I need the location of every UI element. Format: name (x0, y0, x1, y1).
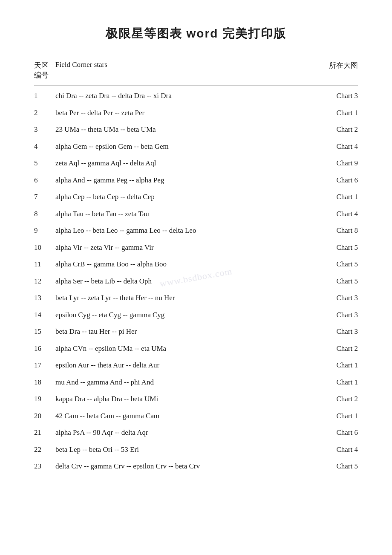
row-number: 12 (34, 276, 51, 287)
row-chart: Chart 1 (307, 107, 358, 119)
row-number: 6 (34, 175, 51, 186)
table-row: 323 UMa -- theta UMa -- beta UMaChart 2 (34, 121, 358, 138)
header-num: 天区编号 (34, 61, 51, 80)
row-number: 4 (34, 141, 51, 152)
row-chart: Chart 2 (307, 124, 358, 135)
table-row: 13beta Lyr -- zeta Lyr -- theta Her -- n… (34, 289, 358, 306)
header-chart: 所在大图 (307, 61, 358, 80)
table-row: 2beta Per -- delta Per -- zeta PerChart … (34, 104, 358, 121)
row-number: 18 (34, 377, 51, 388)
row-number: 20 (34, 410, 51, 422)
table-row: 18mu And -- gamma And -- phi AndChart 1 (34, 374, 358, 391)
table-row: 12alpha Ser -- beta Lib -- delta OphChar… (34, 273, 358, 290)
row-number: 8 (34, 208, 51, 220)
row-chart: Chart 2 (307, 343, 358, 354)
row-chart: Chart 5 (307, 242, 358, 253)
row-number: 1 (34, 90, 51, 101)
row-chart: Chart 9 (307, 158, 358, 169)
row-number: 3 (34, 124, 51, 135)
row-stars: alpha And -- gamma Peg -- alpha Peg (51, 175, 307, 186)
row-number: 7 (34, 191, 51, 202)
row-stars: alpha CrB -- gamma Boo -- alpha Boo (51, 259, 307, 270)
row-number: 10 (34, 242, 51, 253)
row-number: 13 (34, 292, 51, 304)
row-stars: alpha CVn -- epsilon UMa -- eta UMa (51, 343, 307, 354)
row-stars: alpha Gem -- epsilon Gem -- beta Gem (51, 141, 307, 152)
row-number: 21 (34, 427, 51, 438)
main-table: 天区编号 Field Corner stars 所在大图 1chi Dra --… (34, 57, 358, 475)
row-stars: beta Lep -- beta Ori -- 53 Eri (51, 444, 307, 455)
row-stars: alpha PsA -- 98 Aqr -- delta Aqr (51, 427, 307, 438)
row-stars: kappa Dra -- alpha Dra -- beta UMi (51, 393, 307, 405)
row-number: 2 (34, 107, 51, 119)
row-stars: mu And -- gamma And -- phi And (51, 377, 307, 388)
row-stars: epsilon Cyg -- eta Cyg -- gamma Cyg (51, 309, 307, 321)
row-chart: Chart 5 (307, 276, 358, 287)
row-chart: Chart 4 (307, 208, 358, 220)
row-stars: alpha Cep -- beta Cep -- delta Cep (51, 191, 307, 202)
row-chart: Chart 4 (307, 444, 358, 455)
table-row: 11alpha CrB -- gamma Boo -- alpha BooCha… (34, 256, 358, 273)
row-chart: Chart 6 (307, 427, 358, 438)
table-row: 5zeta Aql -- gamma Aql -- delta AqlChart… (34, 155, 358, 172)
row-chart: Chart 8 (307, 225, 358, 236)
table-row: 16alpha CVn -- epsilon UMa -- eta UMaCha… (34, 340, 358, 357)
row-stars: beta Lyr -- zeta Lyr -- theta Her -- nu … (51, 292, 307, 304)
table-body: 1chi Dra -- zeta Dra -- delta Dra -- xi … (34, 87, 358, 475)
row-stars: alpha Leo -- beta Leo -- gamma Leo -- de… (51, 225, 307, 236)
row-chart: Chart 1 (307, 410, 358, 422)
row-number: 14 (34, 309, 51, 321)
row-chart: Chart 1 (307, 191, 358, 202)
row-chart: Chart 1 (307, 377, 358, 388)
table-row: 22beta Lep -- beta Ori -- 53 EriChart 4 (34, 441, 358, 458)
table-row: 10alpha Vir -- zeta Vir -- gamma VirChar… (34, 239, 358, 256)
table-row: 17epsilon Aur -- theta Aur -- delta AurC… (34, 357, 358, 374)
table-row: 1chi Dra -- zeta Dra -- delta Dra -- xi … (34, 87, 358, 104)
row-stars: alpha Tau -- beta Tau -- zeta Tau (51, 208, 307, 220)
table-row: 9alpha Leo -- beta Leo -- gamma Leo -- d… (34, 222, 358, 239)
row-chart: Chart 3 (307, 326, 358, 337)
row-stars: epsilon Aur -- theta Aur -- delta Aur (51, 360, 307, 371)
row-stars: beta Dra -- tau Her -- pi Her (51, 326, 307, 337)
table-header: 天区编号 Field Corner stars 所在大图 (34, 57, 358, 86)
row-chart: Chart 5 (307, 461, 358, 472)
row-stars: beta Per -- delta Per -- zeta Per (51, 107, 307, 119)
row-number: 17 (34, 360, 51, 371)
table-row: 7alpha Cep -- beta Cep -- delta CepChart… (34, 188, 358, 205)
row-chart: Chart 3 (307, 292, 358, 304)
table-row: 15beta Dra -- tau Her -- pi HerChart 3 (34, 323, 358, 340)
table-row: 23delta Crv -- gamma Crv -- epsilon Crv … (34, 458, 358, 475)
row-stars: zeta Aql -- gamma Aql -- delta Aql (51, 158, 307, 169)
table-row: 14epsilon Cyg -- eta Cyg -- gamma CygCha… (34, 306, 358, 324)
row-chart: Chart 4 (307, 141, 358, 152)
row-chart: Chart 5 (307, 259, 358, 270)
header-field: Field Corner stars (51, 61, 307, 80)
row-stars: chi Dra -- zeta Dra -- delta Dra -- xi D… (51, 90, 307, 101)
row-chart: Chart 6 (307, 175, 358, 186)
row-chart: Chart 3 (307, 309, 358, 321)
table-row: 21alpha PsA -- 98 Aqr -- delta AqrChart … (34, 424, 358, 441)
row-stars: 42 Cam -- beta Cam -- gamma Cam (51, 410, 307, 422)
row-number: 11 (34, 259, 51, 270)
table-row: 19kappa Dra -- alpha Dra -- beta UMiChar… (34, 390, 358, 408)
row-stars: alpha Vir -- zeta Vir -- gamma Vir (51, 242, 307, 253)
row-number: 19 (34, 393, 51, 405)
row-number: 15 (34, 326, 51, 337)
table-row: 6alpha And -- gamma Peg -- alpha PegChar… (34, 172, 358, 189)
row-stars: alpha Ser -- beta Lib -- delta Oph (51, 276, 307, 287)
row-number: 9 (34, 225, 51, 236)
row-number: 23 (34, 461, 51, 472)
row-number: 22 (34, 444, 51, 455)
table-row: 2042 Cam -- beta Cam -- gamma CamChart 1 (34, 408, 358, 425)
row-chart: Chart 3 (307, 90, 358, 101)
row-chart: Chart 2 (307, 393, 358, 405)
row-number: 16 (34, 343, 51, 354)
page-title: 极限星等图表 word 完美打印版 (34, 26, 358, 42)
row-number: 5 (34, 158, 51, 169)
table-row: 4alpha Gem -- epsilon Gem -- beta GemCha… (34, 138, 358, 155)
table-row: 8alpha Tau -- beta Tau -- zeta TauChart … (34, 205, 358, 223)
row-stars: 23 UMa -- theta UMa -- beta UMa (51, 124, 307, 135)
row-stars: delta Crv -- gamma Crv -- epsilon Crv --… (51, 461, 307, 472)
row-chart: Chart 1 (307, 360, 358, 371)
